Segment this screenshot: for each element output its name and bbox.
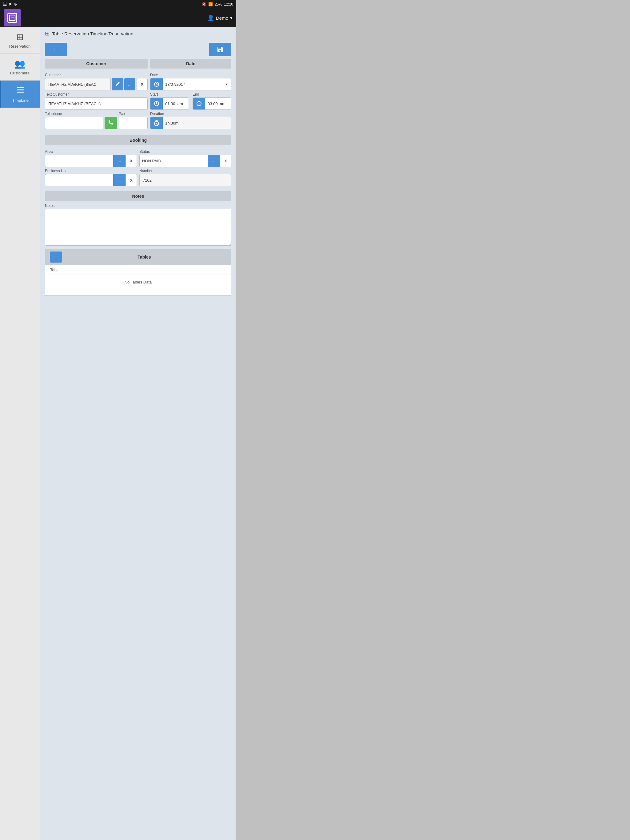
svg-rect-2 <box>17 87 24 88</box>
text-customer-input[interactable] <box>45 98 148 110</box>
area-x-button[interactable]: X <box>125 155 136 167</box>
date-section-tab: Date <box>150 59 231 69</box>
booking-section-header: Booking <box>45 135 231 145</box>
date-value: 18/07/2017 <box>163 82 222 87</box>
start-time-value: 01:30: am <box>163 101 188 106</box>
date-col: Date 18/07/2017 ▾ <box>150 71 231 131</box>
status-bar: 🖼 ⚑ ⊙ 🔇 📶 25% 12:20 <box>0 0 236 9</box>
time-label: 12:20 <box>224 2 233 6</box>
area-col: Area ... X Business Unit ... X <box>45 148 137 186</box>
sidebar-item-customers[interactable]: 👥 Customers <box>0 54 40 81</box>
pax-label: Pax <box>119 112 148 116</box>
wifi-icon: 📶 <box>208 2 213 6</box>
dropdown-arrow: ▾ <box>230 15 233 21</box>
date-clock-button[interactable] <box>150 78 163 90</box>
customer-input-row: ... X <box>45 78 148 90</box>
duration-icon-button[interactable] <box>150 117 163 129</box>
end-clock-button[interactable] <box>193 98 205 110</box>
page-header: ⊞ Table Reservation Timeline/Reservation <box>40 27 236 40</box>
customer-dots-button[interactable]: ... <box>124 78 135 90</box>
telephone-col: Telephone <box>45 110 117 129</box>
end-label: End <box>193 92 231 96</box>
start-clock-button[interactable] <box>150 98 163 110</box>
business-unit-x-button[interactable]: X <box>125 174 136 186</box>
tables-body: Table No Tables Data <box>45 265 231 296</box>
svg-line-7 <box>157 84 157 85</box>
pax-col: Pax <box>119 110 148 129</box>
tables-header: + Tables <box>45 249 231 265</box>
tables-section-label: Tables <box>62 254 226 259</box>
svg-rect-3 <box>17 90 24 90</box>
sidebar-item-label-reservation: Reservation <box>9 44 30 49</box>
status-value: NON PAID <box>140 159 207 163</box>
customer-label: Customer <box>45 73 148 77</box>
logo-icon <box>7 13 17 23</box>
demo-button[interactable]: 👤 Demo ▾ <box>207 14 233 21</box>
area-label: Area <box>45 149 137 154</box>
duration-value: 1h:30m <box>163 121 231 125</box>
battery-label: 25% <box>215 2 222 6</box>
customer-input[interactable] <box>45 78 111 90</box>
start-time-row: 01:30: am <box>150 98 189 110</box>
grid-icon: ⊞ <box>45 30 49 37</box>
start-time-col: Start 01:30: am <box>150 90 189 110</box>
number-input[interactable] <box>139 174 231 186</box>
pax-input[interactable] <box>119 117 148 129</box>
svg-rect-15 <box>156 120 157 120</box>
time-row: Start 01:30: am <box>150 90 231 110</box>
status-field: NON PAID ... X <box>139 155 231 167</box>
back-button[interactable]: ← <box>45 43 67 56</box>
duration-row: 1h:30m <box>150 117 231 129</box>
date-field-row: 18/07/2017 ▾ <box>150 78 231 90</box>
svg-line-18 <box>157 124 157 125</box>
no-tables-message: No Tables Data <box>45 275 231 289</box>
timeline-icon <box>16 85 25 96</box>
section-headers-row: Customer Date <box>45 59 231 69</box>
person-icon: 👤 <box>207 14 214 21</box>
business-unit-dots-button[interactable]: ... <box>113 174 125 186</box>
customer-edit-button[interactable] <box>112 78 123 90</box>
svg-line-10 <box>157 104 157 104</box>
main-layout: ⊞ Reservation 👥 Customers TimeLine ⊞ Tab… <box>0 27 236 840</box>
business-unit-label: Business Unit <box>45 169 137 173</box>
svg-rect-4 <box>17 92 24 93</box>
sidebar-item-label-customers: Customers <box>10 71 30 75</box>
status-dots-button[interactable]: ... <box>207 155 220 167</box>
end-time-value: 03:00: am <box>205 101 231 106</box>
text-customer-label: Text Customer <box>45 92 148 96</box>
end-time-row: 03:00: am <box>193 98 231 110</box>
notes-label: Notes <box>45 204 231 208</box>
mute-icon: 🔇 <box>202 2 206 6</box>
booking-grid: Area ... X Business Unit ... X Status <box>45 148 231 186</box>
start-label: Start <box>150 92 189 96</box>
end-time-col: End 03:00: am <box>193 90 231 110</box>
app-logo <box>4 9 21 27</box>
area-field: ... X <box>45 155 137 167</box>
status-label: Status <box>139 149 231 154</box>
telephone-input[interactable] <box>45 117 103 129</box>
date-dropdown-arrow[interactable]: ▾ <box>222 78 231 90</box>
image-icon: 🖼 <box>3 2 7 6</box>
content-area: ⊞ Table Reservation Timeline/Reservation… <box>40 27 236 840</box>
telephone-label: Telephone <box>45 112 117 116</box>
sidebar-item-label-timeline: TimeLine <box>12 98 28 103</box>
customer-col: Customer ... X Text Customer <box>45 71 148 131</box>
notes-textarea[interactable] <box>45 209 231 246</box>
sidebar-item-timeline[interactable]: TimeLine <box>0 81 40 108</box>
date-label: Date <box>150 73 231 77</box>
customer-section-tab: Customer <box>45 59 148 69</box>
app-header: 👤 Demo ▾ <box>0 9 236 27</box>
save-button[interactable] <box>209 43 231 56</box>
phone-button[interactable] <box>104 117 117 129</box>
status-x-button[interactable]: X <box>220 155 231 167</box>
toolbar: ← <box>40 40 236 59</box>
add-table-button[interactable]: + <box>50 251 62 262</box>
customers-icon: 👥 <box>14 59 25 69</box>
customer-x-button[interactable]: X <box>136 78 148 90</box>
sidebar: ⊞ Reservation 👥 Customers TimeLine <box>0 27 40 840</box>
status-col: Status NON PAID ... X Number <box>139 148 231 186</box>
telephone-input-row <box>45 117 117 129</box>
sidebar-item-reservation[interactable]: ⊞ Reservation <box>0 27 40 54</box>
area-dots-button[interactable]: ... <box>113 155 125 167</box>
page-title: Table Reservation Timeline/Reservation <box>52 31 133 36</box>
